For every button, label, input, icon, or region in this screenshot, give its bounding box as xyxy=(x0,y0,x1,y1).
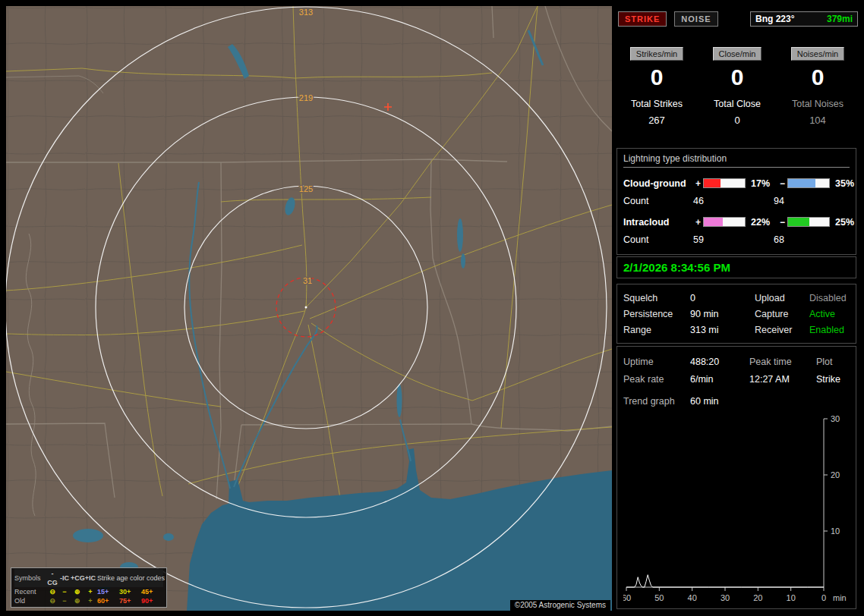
total-strikes-value: 267 xyxy=(616,115,697,126)
legend-col-neg-ic: -IC xyxy=(58,574,71,583)
peak-time-label: Peak time xyxy=(749,357,816,367)
map-legend: Symbols -CG -IC +CG +IC Strike age color… xyxy=(11,567,167,608)
plus-percent-bar xyxy=(703,217,746,227)
capture-label: Capture xyxy=(755,309,809,319)
receiver-label: Receiver xyxy=(755,325,809,335)
age-60: 60+ xyxy=(97,596,119,605)
plus-sign: + xyxy=(693,217,703,228)
plus-sign: + xyxy=(693,178,703,189)
minus-sign: − xyxy=(777,217,787,228)
legend-row-recent: Recent ⊖ − ⊕ + 15+ 30+ 45+ xyxy=(14,587,163,596)
count-label: Count xyxy=(623,234,693,245)
uptime-value: 488:20 xyxy=(690,357,749,367)
svg-text:min: min xyxy=(833,593,847,602)
mode-header: STRIKE NOISE Bng 223° 379mi xyxy=(618,11,858,27)
peak-time-value: 12:27 AM xyxy=(749,374,816,385)
receiver-status: Enabled xyxy=(809,325,850,335)
svg-text:10: 10 xyxy=(831,526,840,536)
legend-recent-label: Recent xyxy=(14,587,46,596)
datetime-text: 2/1/2026 8:34:56 PM xyxy=(623,261,730,274)
total-close-value: 0 xyxy=(697,115,777,126)
bearing-readout: Bng 223° 379mi xyxy=(750,11,858,27)
minus-percent: 25% xyxy=(831,217,857,228)
legend-symbols-title: Symbols xyxy=(14,574,46,583)
peak-rate-label: Peak rate xyxy=(623,374,690,385)
legend-age-title: Strike age color codes xyxy=(97,574,163,583)
total-close-label: Total Close xyxy=(697,99,777,109)
pos-ic-old-icon: + xyxy=(84,596,97,605)
type-label: Cloud-ground xyxy=(623,178,693,189)
legend-col-pos-ic: +IC xyxy=(84,574,97,583)
svg-text:30: 30 xyxy=(831,414,840,423)
settings-panel: Squelch 0 Upload Disabled Persistence 90… xyxy=(616,284,856,344)
ring-label-31: 31 xyxy=(303,276,312,285)
trend-graph: 3020106050403020100min xyxy=(623,411,850,612)
range-label: Range xyxy=(623,325,690,335)
age-30: 30+ xyxy=(119,587,141,596)
close-per-min-button[interactable]: Close/min xyxy=(713,47,762,61)
neg-ic-old-icon: − xyxy=(58,596,71,605)
capture-status: Active xyxy=(809,309,850,319)
total-strikes-label: Total Strikes xyxy=(616,99,697,109)
plus-count: 46 xyxy=(693,196,774,206)
range-value: 313 mi xyxy=(690,325,755,335)
strikes-per-min-button[interactable]: Strikes/min xyxy=(630,47,683,61)
trend-graph-label: Trend graph xyxy=(623,396,690,407)
counter-noises: Noises/min 0 Total Noises 104 xyxy=(777,47,858,126)
neg-cg-recent-icon: ⊖ xyxy=(46,587,58,596)
legend-old-label: Old xyxy=(14,596,46,605)
sidebar: STRIKE NOISE Bng 223° 379mi Strikes/min … xyxy=(616,6,858,611)
noises-per-min-button[interactable]: Noises/min xyxy=(791,47,844,61)
count-row-intracloud: Count 59 68 xyxy=(623,231,850,248)
upload-label: Upload xyxy=(755,293,809,303)
age-90: 90+ xyxy=(141,596,163,605)
legend-col-neg-cg: -CG xyxy=(46,569,58,587)
copyright-text: ©2005 Astrogenic Systems xyxy=(510,600,610,611)
age-75: 75+ xyxy=(119,596,141,605)
neg-ic-recent-icon: − xyxy=(58,587,71,596)
age-15: 15+ xyxy=(97,587,119,596)
rate-counters: Strikes/min 0 Total Strikes 267 Close/mi… xyxy=(616,47,858,126)
svg-text:20: 20 xyxy=(753,593,762,602)
datetime-panel: 2/1/2026 8:34:56 PM xyxy=(616,256,856,278)
map-panel[interactable]: 313 219 125 31 Symbols -CG -IC +CG +IC S… xyxy=(6,6,612,611)
noises-per-min-value: 0 xyxy=(777,64,858,91)
minus-count: 94 xyxy=(774,196,850,206)
plot-value: Strike xyxy=(816,374,850,385)
legend-col-pos-cg: +CG xyxy=(71,574,84,583)
lightning-distribution-panel: Lightning type distribution Cloud-ground… xyxy=(616,148,856,255)
uptime-label: Uptime xyxy=(623,357,690,367)
receiver-location-icon xyxy=(305,306,307,309)
ring-label-125: 125 xyxy=(299,184,313,193)
total-noises-value: 104 xyxy=(777,115,858,126)
pos-ic-recent-icon: + xyxy=(84,587,97,596)
pos-cg-old-icon: ⊕ xyxy=(71,596,84,605)
legend-row-old: Old ⊖ − ⊕ + 60+ 75+ 90+ xyxy=(14,596,163,605)
svg-text:0: 0 xyxy=(821,593,826,602)
persistence-value: 90 min xyxy=(690,309,755,319)
ring-label-313: 313 xyxy=(299,8,313,17)
distribution-row-intracloud: Intracloud + 22% − 25% xyxy=(623,213,850,231)
minus-percent: 35% xyxy=(831,178,857,189)
squelch-value: 0 xyxy=(690,293,755,303)
total-noises-label: Total Noises xyxy=(777,99,858,109)
strikes-per-min-value: 0 xyxy=(616,64,697,91)
svg-text:60: 60 xyxy=(623,593,631,602)
svg-text:10: 10 xyxy=(787,593,796,602)
strike-mode-button[interactable]: STRIKE xyxy=(618,11,667,27)
plot-label: Plot xyxy=(816,357,850,367)
plus-count: 59 xyxy=(693,234,774,245)
pos-cg-recent-icon: ⊕ xyxy=(71,587,84,596)
map-canvas[interactable]: 313 219 125 31 xyxy=(6,6,612,611)
plus-percent: 22% xyxy=(747,217,777,228)
age-45: 45+ xyxy=(141,587,163,596)
plus-percent: 17% xyxy=(747,178,777,189)
bearing-label: Bng 223° xyxy=(755,14,794,24)
noise-mode-button[interactable]: NOISE xyxy=(674,11,717,27)
svg-text:20: 20 xyxy=(831,470,840,479)
plus-percent-bar xyxy=(703,178,746,188)
svg-text:30: 30 xyxy=(721,593,730,602)
bearing-distance: 379mi xyxy=(827,14,853,24)
squelch-label: Squelch xyxy=(623,293,690,303)
minus-count: 68 xyxy=(774,234,850,245)
